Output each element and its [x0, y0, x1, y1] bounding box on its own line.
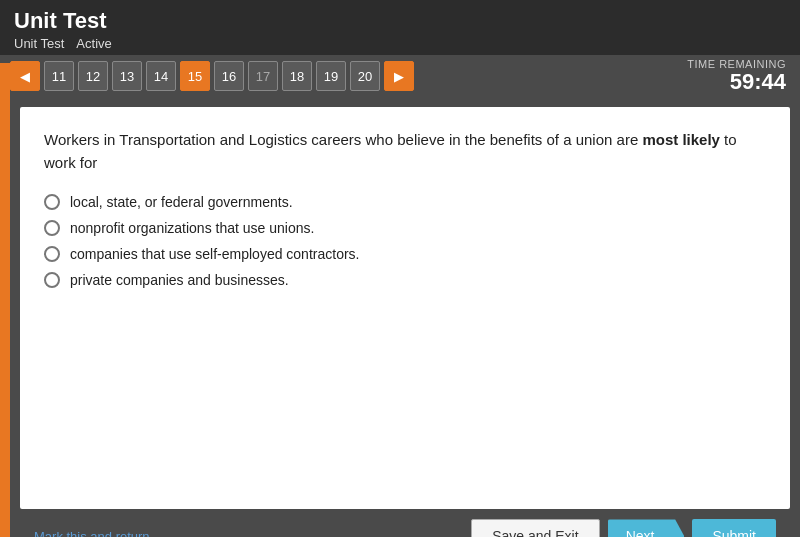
- main-content: Workers in Transportation and Logistics …: [0, 97, 800, 537]
- page-19-button[interactable]: 19: [316, 61, 346, 91]
- page-title: Unit Test: [14, 8, 786, 34]
- page-18-button[interactable]: 18: [282, 61, 312, 91]
- option-item-3[interactable]: companies that use self-employed contrac…: [44, 246, 766, 262]
- status-badge: Active: [76, 36, 111, 51]
- next-button[interactable]: Next: [608, 519, 685, 537]
- option-radio-2[interactable]: [44, 220, 60, 236]
- option-radio-3[interactable]: [44, 246, 60, 262]
- prev-page-button[interactable]: ◀: [10, 61, 40, 91]
- question-card: Workers in Transportation and Logistics …: [20, 107, 790, 509]
- option-item-4[interactable]: private companies and businesses.: [44, 272, 766, 288]
- page-13-button[interactable]: 13: [112, 61, 142, 91]
- mark-return-link[interactable]: Mark this and return: [34, 529, 150, 537]
- options-list: local, state, or federal governments. no…: [44, 194, 766, 288]
- page-14-button[interactable]: 14: [146, 61, 176, 91]
- save-exit-button[interactable]: Save and Exit: [471, 519, 599, 537]
- question-text-before: Workers in Transportation and Logistics …: [44, 131, 642, 148]
- header: Unit Test Unit Test Active: [0, 0, 800, 55]
- question-text-bold: most likely: [642, 131, 720, 148]
- timer: TIME REMAINING 59:44: [687, 58, 786, 94]
- header-subtitle: Unit Test: [14, 36, 64, 51]
- option-label-4: private companies and businesses.: [70, 272, 289, 288]
- accent-bar: [0, 63, 10, 537]
- page-12-button[interactable]: 12: [78, 61, 108, 91]
- next-page-button[interactable]: ▶: [384, 61, 414, 91]
- option-item-2[interactable]: nonprofit organizations that use unions.: [44, 220, 766, 236]
- submit-button[interactable]: Submit: [692, 519, 776, 537]
- option-label-2: nonprofit organizations that use unions.: [70, 220, 314, 236]
- nav-bar: ◀ 11 12 13 14 15 16 17 18 19 20 ▶ TIME R…: [0, 55, 800, 97]
- option-item-1[interactable]: local, state, or federal governments.: [44, 194, 766, 210]
- question-text: Workers in Transportation and Logistics …: [44, 129, 766, 174]
- option-label-1: local, state, or federal governments.: [70, 194, 293, 210]
- time-value: 59:44: [687, 70, 786, 94]
- footer: Mark this and return Save and Exit Next …: [20, 509, 790, 537]
- option-radio-1[interactable]: [44, 194, 60, 210]
- page-20-button[interactable]: 20: [350, 61, 380, 91]
- page-17-button[interactable]: 17: [248, 61, 278, 91]
- option-radio-4[interactable]: [44, 272, 60, 288]
- option-label-3: companies that use self-employed contrac…: [70, 246, 359, 262]
- page-11-button[interactable]: 11: [44, 61, 74, 91]
- footer-buttons: Save and Exit Next Submit: [471, 519, 776, 537]
- page-15-button[interactable]: 15: [180, 61, 210, 91]
- page-16-button[interactable]: 16: [214, 61, 244, 91]
